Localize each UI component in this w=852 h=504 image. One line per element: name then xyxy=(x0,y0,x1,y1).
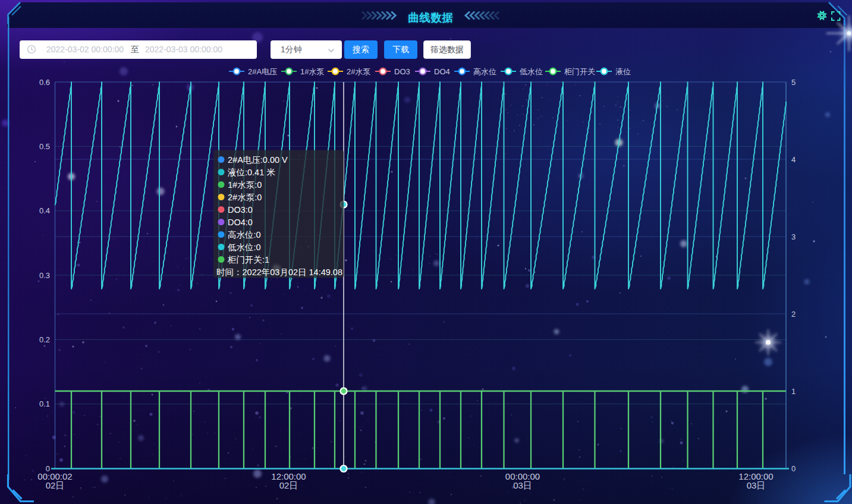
svg-text:柜门开关:1: 柜门开关:1 xyxy=(227,255,269,264)
svg-text:0: 0 xyxy=(791,464,796,473)
svg-text:低水位: 低水位 xyxy=(519,67,543,76)
svg-text:5: 5 xyxy=(791,78,796,87)
svg-text:0.6: 0.6 xyxy=(39,78,50,87)
svg-text:液位: 液位 xyxy=(615,67,631,76)
svg-text:1#水泵: 1#水泵 xyxy=(300,67,324,76)
svg-text:液位:0.41 米: 液位:0.41 米 xyxy=(227,168,275,177)
svg-text:DO3:0: DO3:0 xyxy=(228,205,253,215)
svg-text:1: 1 xyxy=(791,387,796,396)
svg-text:2#水泵:0: 2#水泵:0 xyxy=(228,193,262,202)
svg-text:DO4: DO4 xyxy=(434,67,450,76)
svg-text:柜门开关: 柜门开关 xyxy=(564,67,595,76)
svg-text:时间：2022年03月02日 14:49.08: 时间：2022年03月02日 14:49.08 xyxy=(216,267,342,277)
svg-text:0.3: 0.3 xyxy=(39,271,50,280)
svg-text:DO4:0: DO4:0 xyxy=(228,218,253,227)
svg-text:低水位:0: 低水位:0 xyxy=(227,242,261,252)
svg-text:2#水泵: 2#水泵 xyxy=(347,67,370,76)
svg-text:4: 4 xyxy=(791,155,796,164)
svg-text:高水位:0: 高水位:0 xyxy=(228,230,261,240)
svg-text:3: 3 xyxy=(791,232,796,241)
svg-text:1#水泵:0: 1#水泵:0 xyxy=(228,180,262,190)
svg-text:0.5: 0.5 xyxy=(39,142,50,151)
svg-text:0.2: 0.2 xyxy=(39,335,50,344)
svg-text:2#A电压: 2#A电压 xyxy=(248,67,277,76)
svg-text:0.1: 0.1 xyxy=(39,399,50,408)
svg-text:高水位: 高水位 xyxy=(473,67,496,76)
svg-text:02日: 02日 xyxy=(279,480,298,490)
svg-text:02日: 02日 xyxy=(46,480,65,490)
svg-text:2#A电压:0.00 V: 2#A电压:0.00 V xyxy=(228,155,288,165)
svg-text:DO3: DO3 xyxy=(394,67,410,76)
svg-text:2: 2 xyxy=(791,310,796,319)
svg-text:03日: 03日 xyxy=(513,480,532,490)
svg-text:0.4: 0.4 xyxy=(39,206,50,215)
svg-text:03日: 03日 xyxy=(747,480,766,490)
